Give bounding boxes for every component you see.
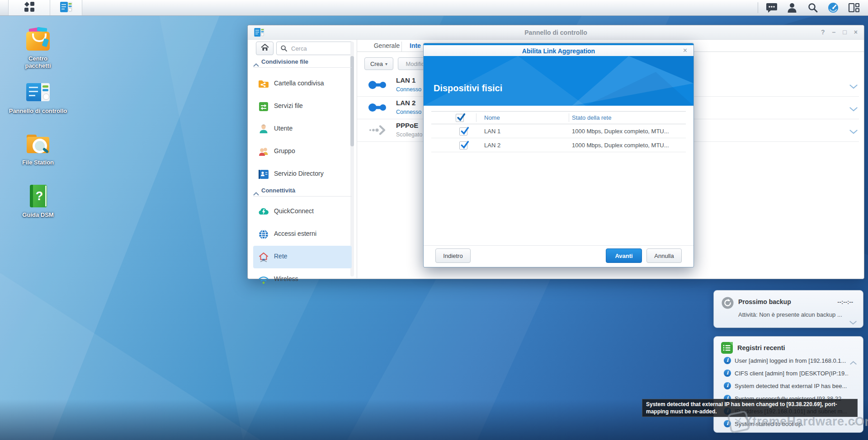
row-checkbox[interactable] (459, 127, 467, 136)
desktop-icon-file-station[interactable]: File Station (4, 131, 72, 166)
home-button[interactable] (256, 42, 274, 55)
banner-facet (424, 56, 693, 106)
chevron-down-icon[interactable] (849, 318, 857, 327)
backup-activity: Attività: Non è presente alcun backup ..… (738, 311, 842, 318)
search-icon (280, 45, 288, 54)
backup-icon (722, 297, 734, 311)
taskbar-control-panel-button[interactable] (50, 0, 82, 15)
cell-status: 1000 Mbps, Duplex completo, MTU... (572, 128, 669, 135)
desktop-icon-label: Pannello di controllo (4, 108, 72, 115)
divider (424, 245, 693, 246)
crea-button[interactable]: Crea▾ (364, 57, 393, 70)
help-button[interactable]: ? (821, 28, 825, 36)
resource-monitor-icon[interactable] (828, 2, 839, 15)
divider (476, 113, 476, 122)
sidebar-section-title[interactable]: Connettività (261, 187, 295, 194)
tab-generale[interactable]: Generale (368, 42, 406, 49)
column-header-nome[interactable]: Nome (484, 114, 500, 121)
quickconnect-icon (258, 206, 269, 220)
dialog-step-title: Dispositivi fisici (434, 83, 502, 94)
tab-interfaccia-di-rete[interactable]: Inte (410, 42, 421, 49)
dialog-titlebar[interactable]: Abilita Link Aggregation × (424, 45, 693, 56)
desktop-icon-label: File Station (13, 159, 63, 166)
desktop-icon-package-center[interactable]: Centro pacchetti (4, 27, 72, 70)
sidebar-section-title[interactable]: Condivisione file (261, 58, 308, 65)
sidebar-item-servizi-file[interactable]: Servizi file (253, 95, 352, 118)
recent-logs-widget: Registri recenti i User [admin] logged i… (713, 336, 863, 433)
link-aggregation-dialog: Abilita Link Aggregation × Dispositivi f… (423, 43, 694, 267)
sidebar-item-label: Servizi file (274, 102, 303, 109)
window-titlebar[interactable]: Pannello di controllo ? – □ × (248, 25, 864, 40)
back-button[interactable]: Indietro (435, 248, 471, 263)
minimize-button[interactable]: – (832, 28, 836, 36)
dsm-help-icon: ? (25, 183, 51, 209)
sidebar-item-rete[interactable]: Rete (253, 246, 352, 268)
desktop-icon-label: Guida DSM (13, 211, 63, 219)
sidebar-item-servizio-directory[interactable]: Servizio Directory (253, 163, 352, 186)
desktop-icon-control-panel[interactable]: Pannello di controllo (4, 80, 72, 115)
search-icon[interactable] (807, 2, 818, 15)
taskbar-separator (758, 2, 758, 13)
table-row[interactable]: LAN 1 1000 Mbps, Duplex completo, MTU... (431, 124, 686, 138)
sidebar-item-gruppo[interactable]: Gruppo (253, 140, 352, 163)
info-icon: i (724, 382, 731, 389)
user-icon[interactable] (787, 2, 797, 15)
window-title: Pannello di controllo (248, 29, 864, 36)
next-button[interactable]: Avanti (606, 248, 642, 263)
close-button[interactable]: × (854, 28, 858, 36)
file-station-icon (25, 131, 51, 156)
sidebar-item-wireless[interactable]: Wireless (253, 268, 352, 291)
main-menu-button[interactable] (8, 0, 51, 15)
backup-next-time: --:--:-- (837, 299, 853, 305)
log-entry[interactable]: i User [admin] logged in from [192.168.0… (714, 355, 863, 367)
sidebar-item-label: Gruppo (274, 147, 295, 154)
chevron-up-icon[interactable] (850, 359, 857, 367)
log-entry[interactable]: i System started to boot up. × (714, 418, 863, 431)
widgets-icon[interactable] (848, 2, 859, 15)
interface-status: Connesso (396, 109, 421, 115)
dialog-banner: Dispositivi fisici (424, 56, 693, 106)
lan-connected-icon (368, 101, 388, 116)
chevron-down-icon[interactable] (849, 105, 858, 113)
log-entry[interactable]: i System detected that external IP has b… (714, 380, 863, 393)
chat-icon[interactable] (766, 2, 778, 15)
maximize-button[interactable]: □ (843, 28, 846, 36)
chevron-down-icon[interactable] (849, 83, 858, 91)
cell-status: 1000 Mbps, Duplex completo, MTU... (572, 142, 669, 149)
user-icon (258, 123, 269, 137)
select-all-checkbox[interactable] (456, 114, 464, 122)
widget-title: Prossimo backup (738, 298, 791, 305)
close-icon[interactable]: × (852, 420, 856, 427)
package-center-icon (25, 27, 51, 52)
sidebar-item-label: Servizio Directory (274, 170, 324, 177)
app-grid-icon (24, 1, 35, 14)
cancel-button[interactable]: Annulla (646, 248, 682, 263)
divider (401, 42, 402, 51)
sidebar-item-accessi-esterni[interactable]: Accessi esterni (253, 223, 352, 246)
info-icon: i (724, 370, 731, 377)
log-entry[interactable]: i CIFS client [admin] from [DESKTOP(IP:1… (714, 367, 863, 380)
cell-name: LAN 2 (484, 142, 500, 149)
pppoe-disconnected-icon (368, 124, 388, 138)
banner-facet (424, 56, 693, 106)
divider (357, 39, 357, 278)
home-icon (261, 44, 269, 53)
chevron-down-icon[interactable] (849, 128, 858, 136)
row-checkbox[interactable] (459, 141, 467, 150)
info-icon: i (724, 420, 731, 427)
column-header-stato[interactable]: Stato della rete (572, 114, 611, 121)
divider (569, 113, 569, 122)
sidebar-item-quickconnect[interactable]: QuickConnect (253, 201, 352, 223)
desktop-icon-dsm-help[interactable]: ? Guida DSM (4, 183, 72, 219)
desktop: Centro pacchetti Pannello di controllo F… (0, 0, 868, 440)
dialog-close-icon[interactable]: × (683, 47, 687, 55)
sidebar-item-utente[interactable]: Utente (253, 118, 352, 140)
divider (253, 196, 352, 197)
taskbar (0, 0, 868, 16)
lan-connected-icon (368, 79, 388, 93)
sidebar-item-cartella-condivisa[interactable]: Cartella condivisa (253, 73, 352, 95)
group-icon (258, 146, 269, 159)
table-row[interactable]: LAN 2 1000 Mbps, Duplex completo, MTU... (431, 138, 686, 152)
search-input[interactable] (290, 43, 351, 53)
control-panel-icon (25, 80, 51, 105)
